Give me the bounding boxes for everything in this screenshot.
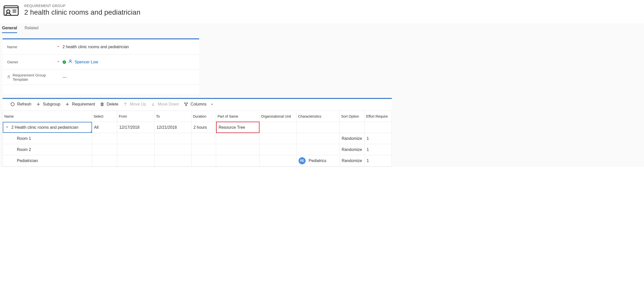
cell-char[interactable] xyxy=(297,133,340,144)
table-row[interactable]: 2 Health clinic rooms and pediatrician A… xyxy=(3,122,392,133)
cell-from[interactable] xyxy=(117,155,155,166)
presence-available-icon: ✓ xyxy=(63,60,66,64)
cell-char[interactable] xyxy=(297,144,340,155)
required-indicator: * xyxy=(57,45,63,49)
cell-duration[interactable]: 2 hours xyxy=(191,122,216,133)
name-value[interactable]: 2 health clinic rooms and pediatrician xyxy=(63,45,195,49)
requirement-label: Requirement xyxy=(72,102,95,107)
cell-part[interactable] xyxy=(216,133,259,144)
tab-strip: General Related xyxy=(0,23,644,33)
filter-icon xyxy=(184,102,189,107)
cell-effort[interactable]: 1 xyxy=(365,155,391,166)
moveup-button[interactable]: Move Up xyxy=(123,102,146,107)
field-row-owner: Owner * ✓ Spencer Low xyxy=(3,55,199,70)
chevron-down-icon xyxy=(210,102,215,106)
person-icon xyxy=(68,59,73,65)
requirement-button[interactable]: Requirement xyxy=(65,102,95,107)
col-name[interactable]: Name xyxy=(3,111,92,122)
cell-org[interactable] xyxy=(259,122,297,133)
cell-char[interactable] xyxy=(297,122,340,133)
subgroup-button[interactable]: Subgroup xyxy=(36,102,60,107)
template-value[interactable]: --- xyxy=(63,75,195,80)
cell-duration[interactable] xyxy=(191,155,216,166)
cell-char[interactable]: PE Pediatrics xyxy=(297,155,340,166)
col-sort[interactable]: Sort Option xyxy=(340,111,365,122)
owner-link[interactable]: Spencer Low xyxy=(75,60,98,64)
cell-name[interactable]: Pediatrician xyxy=(3,155,92,166)
lock-icon xyxy=(7,75,11,79)
cell-from[interactable]: 12/17/2018 xyxy=(117,122,155,133)
table-row[interactable]: Pediatrician PE Pediatrics Randomize 1 xyxy=(3,155,392,167)
general-panel: Name * 2 health clinic rooms and pediatr… xyxy=(3,38,199,94)
plus-icon xyxy=(36,102,41,107)
cell-part[interactable]: Resource Tree xyxy=(216,122,259,133)
cell-select[interactable]: All xyxy=(92,122,117,133)
tab-general[interactable]: General xyxy=(2,23,17,33)
moveup-label: Move Up xyxy=(130,102,146,107)
cell-select[interactable] xyxy=(92,133,117,144)
cell-to[interactable] xyxy=(155,133,191,144)
col-from[interactable]: From xyxy=(117,111,155,122)
table-row[interactable]: Room 1 Randomize 1 xyxy=(3,133,392,144)
cell-select[interactable] xyxy=(92,155,117,166)
cell-sort[interactable]: Randomize xyxy=(340,144,365,155)
cell-effort[interactable]: 1 xyxy=(365,144,391,155)
page-header: REQUIREMENT GROUP 2 health clinic rooms … xyxy=(0,0,644,23)
template-label: Requirement Group Template xyxy=(7,73,57,82)
col-to[interactable]: To xyxy=(155,111,191,122)
col-duration[interactable]: Duration xyxy=(191,111,216,122)
cell-effort[interactable]: 1 xyxy=(365,133,391,144)
entity-type-label: REQUIREMENT GROUP xyxy=(24,4,140,8)
cell-sort[interactable]: Randomize xyxy=(340,133,365,144)
cell-to[interactable] xyxy=(155,155,191,166)
col-part[interactable]: Part of Same xyxy=(216,111,259,122)
cell-sort[interactable] xyxy=(340,122,365,133)
owner-label: Owner xyxy=(7,60,57,64)
col-org[interactable]: Organizational Unit xyxy=(259,111,297,122)
col-effort[interactable]: Effort Require xyxy=(365,111,391,122)
cell-effort[interactable] xyxy=(365,122,391,133)
requirements-grid: Name Select From To Duration Part of Sam… xyxy=(3,111,392,167)
cell-name-text: 2 Health clinic rooms and pediatrician xyxy=(11,125,78,130)
owner-value[interactable]: ✓ Spencer Low xyxy=(63,59,195,65)
cell-part[interactable] xyxy=(216,144,259,155)
delete-button[interactable]: Delete xyxy=(100,102,118,107)
refresh-icon xyxy=(10,102,15,107)
cell-name[interactable]: Room 1 xyxy=(3,133,92,144)
trash-icon xyxy=(100,102,105,107)
cell-from[interactable] xyxy=(117,144,155,155)
subgroup-label: Subgroup xyxy=(43,102,60,107)
columns-button[interactable]: Columns xyxy=(184,102,215,107)
field-row-template: Requirement Group Template --- xyxy=(3,70,199,85)
cell-sort[interactable]: Randomize xyxy=(340,155,365,166)
arrow-up-icon xyxy=(123,102,128,107)
chevron-down-icon[interactable] xyxy=(5,125,9,129)
col-char[interactable]: Characteristics xyxy=(297,111,340,122)
delete-label: Delete xyxy=(107,102,118,107)
template-label-text: Requirement Group Template xyxy=(13,73,57,82)
svg-rect-6 xyxy=(8,76,10,78)
name-label: Name xyxy=(7,45,57,49)
tab-related[interactable]: Related xyxy=(25,23,39,33)
cell-duration[interactable] xyxy=(191,144,216,155)
cell-to[interactable] xyxy=(155,144,191,155)
cell-org[interactable] xyxy=(259,144,297,155)
table-row[interactable]: Room 2 Randomize 1 xyxy=(3,144,392,155)
cell-org[interactable] xyxy=(259,133,297,144)
cell-name[interactable]: Room 2 xyxy=(3,144,92,155)
cell-duration[interactable] xyxy=(191,133,216,144)
cell-org[interactable] xyxy=(259,155,297,166)
grid-header-row: Name Select From To Duration Part of Sam… xyxy=(3,111,392,122)
movedown-label: Move Down xyxy=(158,102,179,107)
movedown-button[interactable]: Move Down xyxy=(151,102,179,107)
entity-icon xyxy=(3,2,19,18)
cell-to[interactable]: 12/21/2018 xyxy=(155,122,191,133)
cell-part[interactable] xyxy=(216,155,259,166)
characteristic-text: Pediatrics xyxy=(309,159,326,163)
col-select[interactable]: Select xyxy=(92,111,117,122)
page-title: 2 health clinic rooms and pediatrician xyxy=(24,8,140,16)
cell-select[interactable] xyxy=(92,144,117,155)
cell-name[interactable]: 2 Health clinic rooms and pediatrician xyxy=(3,122,92,133)
refresh-button[interactable]: Refresh xyxy=(10,102,31,107)
cell-from[interactable] xyxy=(117,133,155,144)
